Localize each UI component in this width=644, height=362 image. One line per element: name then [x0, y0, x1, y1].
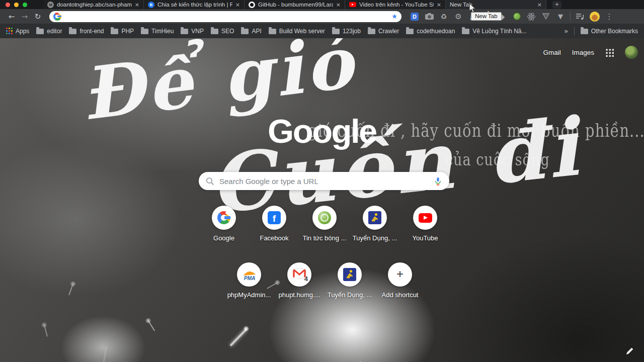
close-icon[interactable]: ×	[135, 2, 139, 8]
tab-doantotnghiep[interactable]: M doantotnghiep.abc/san-pham/ ×	[43, 0, 144, 9]
job-runner-icon	[368, 211, 381, 224]
shortcut-tuyen-dung-2[interactable]: Tuyển Dụng, ...	[325, 262, 375, 299]
profile-avatar[interactable]	[590, 12, 600, 22]
shortcut-tin-tuc-bong[interactable]: Tin tức bóng ...	[299, 206, 350, 242]
dandelion-seed	[68, 284, 73, 295]
bookmarks-right: » Other Bookmarks	[564, 27, 638, 35]
tab-github[interactable]: GitHub - bumbummen99/Lara ×	[245, 0, 345, 9]
close-icon[interactable]: ×	[437, 2, 441, 8]
tab-title: New Tab	[450, 2, 534, 8]
bookmark-folder-crawler[interactable]: Crawler	[368, 28, 399, 35]
close-icon[interactable]: ×	[537, 2, 542, 8]
address-bar[interactable]: ★	[49, 11, 401, 22]
reload-icon[interactable]: ↻	[31, 12, 44, 21]
tab-chia-se-kien-thuc[interactable]: B Chia sẻ kiến thức lập trình | PH ×	[144, 0, 245, 9]
forward-icon[interactable]: →	[18, 12, 31, 21]
images-link[interactable]: Images	[572, 49, 594, 56]
folder-icon	[269, 29, 276, 34]
youtube-icon	[349, 2, 356, 7]
react-devtools-icon[interactable]	[526, 12, 536, 22]
shortcut-google[interactable]: Google	[199, 206, 249, 242]
recycle-icon[interactable]: ♻	[439, 12, 449, 22]
shortcut-phpmyadmin[interactable]: PMA phpMyAdmin...	[224, 262, 274, 299]
minimize-window-button[interactable]	[14, 3, 19, 7]
bookmark-label: TimHieu	[151, 28, 174, 35]
bookmark-folder-timhieu[interactable]: TimHieu	[141, 28, 174, 35]
zoom-window-button[interactable]	[23, 3, 27, 7]
toolbar-divider	[570, 13, 571, 21]
bookmark-star-icon[interactable]: ★	[391, 13, 397, 20]
extensions-area: D ♻ ⚙ f? ◆ V ▼ ⋮	[410, 12, 614, 22]
job-runner-icon	[343, 268, 356, 281]
folder-icon	[111, 29, 118, 34]
gear-icon[interactable]: ⚙	[453, 12, 463, 22]
browser-window: M doantotnghiep.abc/san-pham/ × B Chia s…	[0, 0, 644, 362]
bookmarks-divider	[574, 27, 575, 35]
bookmark-folder-api[interactable]: API	[241, 28, 261, 35]
dandelion-seed	[148, 320, 155, 331]
search-input[interactable]	[219, 177, 429, 186]
bookmark-apps[interactable]: Apps	[6, 28, 29, 35]
playlist-icon[interactable]	[575, 12, 585, 22]
cursor-pointer	[469, 3, 476, 16]
shortcut-label: phupt.humg....	[278, 291, 320, 299]
tab-title: GitHub - bumbummen99/Lara	[258, 2, 333, 8]
folder-icon	[211, 29, 218, 34]
bookmark-label: Other Bookmarks	[591, 28, 638, 35]
bookmark-folder-front-end[interactable]: front-end	[69, 28, 104, 35]
shortcut-label: Facebook	[260, 234, 288, 242]
bookmark-label: Apps	[16, 28, 29, 35]
bookmark-folder-codethuedoan[interactable]: codethuedoan	[406, 28, 455, 35]
bookmark-folder-build-web-server[interactable]: Build Web server	[269, 28, 325, 35]
gmail-link[interactable]: Gmail	[543, 49, 560, 56]
d-extension-icon[interactable]: D	[410, 12, 420, 22]
bookmark-folder-php[interactable]: PHP	[111, 28, 134, 35]
tab-youtube-studio[interactable]: Video trên kênh - YouTube Stu ×	[345, 0, 446, 9]
customize-pencil-icon[interactable]	[625, 346, 635, 358]
folder-icon	[69, 29, 76, 34]
shortcut-label: YouTube	[412, 234, 438, 242]
bookmark-folder-seo[interactable]: SEO	[211, 28, 234, 35]
tab-new-tab[interactable]: New Tab ×	[446, 0, 546, 9]
folder-icon	[36, 29, 44, 34]
back-icon[interactable]: ←	[5, 12, 18, 21]
close-icon[interactable]: ×	[336, 2, 341, 8]
bookmark-label: 123job	[343, 28, 361, 35]
google-apps-grid-icon[interactable]	[605, 48, 614, 57]
v-down-icon[interactable]: ▼	[555, 12, 566, 22]
tab-title: doantotnghiep.abc/san-pham/	[57, 2, 132, 8]
menu-kebab-icon[interactable]: ⋮	[604, 12, 614, 22]
camera-icon[interactable]	[424, 12, 434, 22]
site-m-icon: M	[47, 2, 54, 8]
shortcut-tuyen-dung-1[interactable]: Tuyển Dụng, ...	[350, 206, 400, 242]
overflow-chevron-icon[interactable]: »	[564, 27, 568, 35]
shortcut-label: Tin tức bóng ...	[303, 234, 347, 242]
green-monkey-icon[interactable]	[512, 12, 522, 22]
bookmark-folder-ve-luong[interactable]: Vẽ Luồng Tính Nă...	[462, 28, 526, 35]
new-tab-button[interactable]: +	[552, 1, 561, 9]
bookmarks-bar: Apps editor front-end PHP TimHieu VNP SE…	[0, 24, 644, 38]
bookmark-folder-editor[interactable]: editor	[36, 28, 62, 35]
bookmark-label: editor	[47, 28, 62, 35]
add-shortcut-button[interactable]: + Add shortcut	[375, 262, 425, 299]
other-bookmarks[interactable]: Other Bookmarks	[581, 28, 638, 35]
bookmark-folder-vnp[interactable]: VNP	[181, 28, 204, 35]
shortcut-phupt-humg[interactable]: 4 phupt.humg....	[274, 262, 325, 299]
bookmark-label: VNP	[191, 28, 204, 35]
search-box[interactable]	[199, 172, 449, 190]
account-avatar[interactable]	[625, 46, 638, 59]
plus-icon: +	[555, 1, 558, 8]
window-controls	[6, 3, 27, 7]
folder-icon	[241, 29, 249, 34]
shortcut-facebook[interactable]: f Facebook	[249, 206, 299, 242]
bookmark-label: SEO	[221, 28, 234, 35]
ntp-header: Gmail Images	[543, 46, 638, 59]
vue-devtools-icon[interactable]: V	[541, 12, 551, 22]
shortcut-youtube[interactable]: YouTube	[400, 206, 450, 242]
close-icon[interactable]: ×	[235, 2, 240, 8]
bookmark-label: Vẽ Luồng Tính Nă...	[472, 28, 526, 35]
mic-icon[interactable]	[434, 177, 442, 186]
close-window-button[interactable]	[6, 3, 10, 7]
gmail-count-badge: 4	[304, 275, 308, 283]
bookmark-folder-123job[interactable]: 123job	[332, 28, 361, 35]
